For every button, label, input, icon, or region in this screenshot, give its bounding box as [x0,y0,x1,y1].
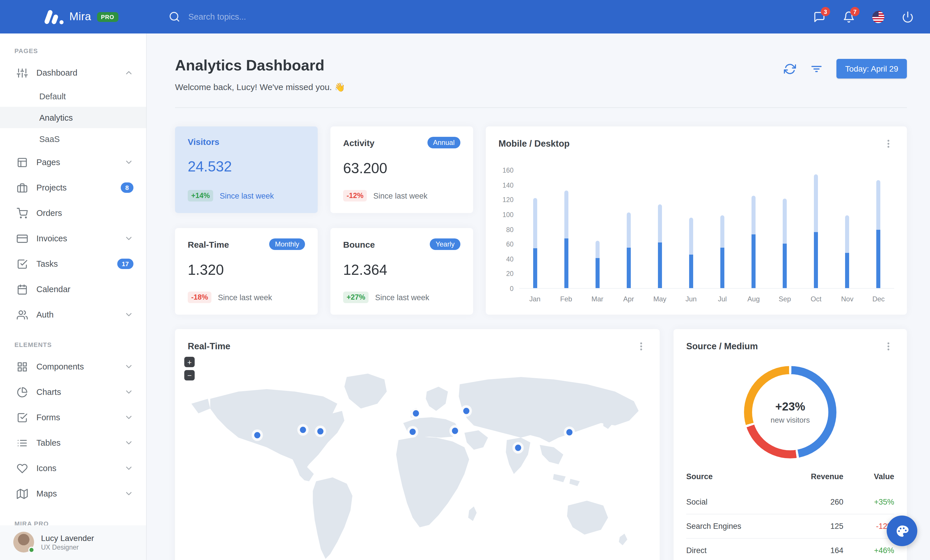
sidebar-item-maps[interactable]: Maps [0,481,146,506]
chevron-down-icon [124,310,134,319]
chevron-down-icon [124,438,134,447]
x-axis: JanFebMarAprMayJunJulAugSepOctNovDec [519,295,894,303]
table-row-social[interactable]: Social260+35% [686,490,894,514]
bar-jan[interactable] [519,170,551,288]
kebab-icon [883,138,894,149]
bar-aug[interactable] [738,170,769,288]
sidebar-item-tables[interactable]: Tables [0,430,146,456]
y-tick-label: 40 [506,256,514,263]
sidebar-item-forms[interactable]: Forms [0,405,146,430]
bar-nov[interactable] [832,170,863,288]
date-range-button[interactable]: Today: April 29 [836,59,907,78]
theme-settings-fab[interactable] [887,516,917,546]
sidebar-item-dashboard[interactable]: Dashboard [0,60,146,86]
chart-menu-button[interactable] [883,138,894,150]
filter-button[interactable] [810,62,822,75]
stat-value: 12.364 [343,262,460,278]
map-marker[interactable] [407,426,418,437]
stat-period-badge[interactable]: Yearly [430,238,460,250]
sidebar-item-tasks[interactable]: Tasks17 [0,251,146,276]
source-medium-card: Source / Medium +23% new visitors [673,329,907,560]
user-panel[interactable]: Lucy Lavender UX Designer [0,525,146,560]
pro-badge: PRO [97,12,119,21]
navbar: Mira PRO 3 7 [0,0,930,34]
x-tick-label: Jan [519,295,551,303]
stat-caption: Since last week [220,192,274,200]
sliders-icon [17,67,28,78]
map-marker[interactable] [461,405,472,417]
sidebar: PAGESDashboardDefaultAnalyticsSaaSPagesP… [0,34,147,560]
stat-title: Bounce [343,239,375,249]
map-marker[interactable] [564,427,575,438]
sidebar-item-icons[interactable]: Icons [0,456,146,481]
bar-sep[interactable] [769,170,800,288]
brand-name: Mira [69,11,91,23]
bar-feb[interactable] [551,170,582,288]
sidebar-item-label: Invoices [36,234,67,243]
grid-icon [17,361,28,372]
stat-period-badge[interactable]: Monthly [269,238,305,250]
mobile-segment [533,248,537,288]
map-menu-button[interactable] [635,341,647,352]
map-marker[interactable] [410,408,422,419]
user-role: UX Designer [41,544,94,551]
bar-jun[interactable] [676,170,707,288]
stat-period-badge[interactable]: Annual [427,137,460,148]
y-tick-label: 140 [502,181,514,189]
stat-title: Real-Time [188,239,229,249]
desktop-segment [564,190,568,239]
sidebar-badge: 17 [117,259,134,269]
bar-may[interactable] [644,170,676,288]
header-divider [175,107,907,108]
search-input[interactable] [188,12,373,21]
sidebar-item-auth[interactable]: Auth [0,302,146,327]
notifications-button[interactable]: 7 [842,11,855,23]
sign-out-button[interactable] [901,11,914,23]
bar-jul[interactable] [707,170,738,288]
brand[interactable]: Mira PRO [0,9,147,24]
chevron-down-icon [124,234,134,243]
sidebar-section-label: PAGES [0,34,146,60]
sidebar-item-projects[interactable]: Projects8 [0,175,146,200]
bar-mar[interactable] [582,170,613,288]
desktop-segment [751,196,756,234]
power-icon [901,11,913,23]
sidebar-item-invoices[interactable]: Invoices [0,226,146,251]
sidebar-subitem-saas[interactable]: SaaS [0,128,146,150]
stat-delta: +27% [343,292,369,303]
zoom-in-button[interactable]: + [184,357,195,367]
source-menu-button[interactable] [883,341,894,352]
world-map[interactable] [182,365,653,560]
sidebar-subitem-analytics[interactable]: Analytics [0,107,146,128]
messages-button[interactable]: 3 [813,11,825,23]
bar-dec[interactable] [863,170,894,288]
sidebar-item-pages[interactable]: Pages [0,150,146,175]
refresh-button[interactable] [783,62,796,75]
language-button[interactable] [871,11,884,23]
sidebar-item-components[interactable]: Components [0,354,146,379]
bar-oct[interactable] [800,170,831,288]
map-marker[interactable] [297,424,308,436]
table-row-direct[interactable]: Direct164+46% [686,539,894,560]
x-tick-label: Mar [582,295,613,303]
pie-chart-icon [17,387,28,397]
desktop-segment [720,216,724,247]
col-source: Source [686,472,793,490]
bar-apr[interactable] [613,170,644,288]
sidebar-item-orders[interactable]: Orders [0,200,146,226]
sidebar-item-charts[interactable]: Charts [0,379,146,405]
desktop-segment [627,213,631,247]
y-tick-label: 60 [506,241,514,248]
sidebar-item-calendar[interactable]: Calendar [0,276,146,302]
zoom-out-button[interactable]: − [184,370,195,380]
map-marker[interactable] [450,425,461,436]
table-row-search-engines[interactable]: Search Engines125-12% [686,514,894,539]
stat-delta: -12% [343,190,367,201]
desktop-segment [595,241,599,258]
map-marker[interactable] [315,425,326,437]
stat-caption: Since last week [375,293,430,302]
sidebar-subitem-default[interactable]: Default [0,86,146,107]
users-icon [17,309,28,320]
map-marker[interactable] [512,442,524,454]
map-marker[interactable] [252,429,263,441]
